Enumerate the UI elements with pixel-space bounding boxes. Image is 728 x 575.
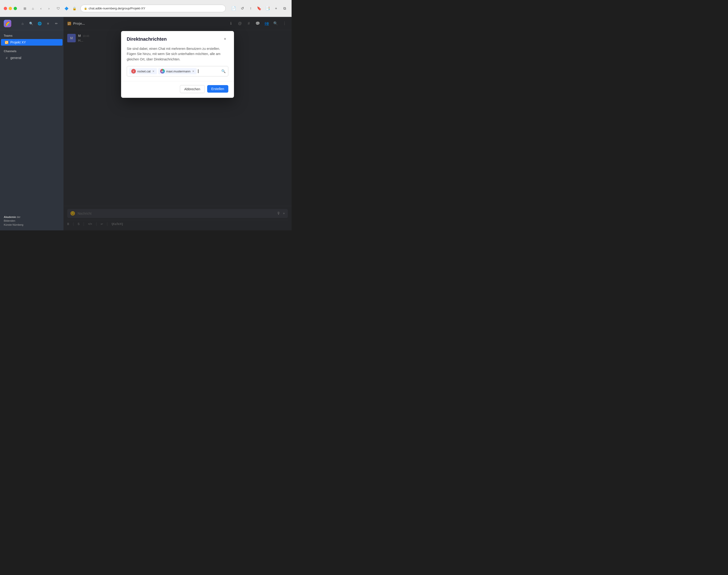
sidebar: 🌈 ⌂ 🔍 🌐 ≡ ✏ Teams 🔁 Projekt XY Channels …: [0, 17, 64, 230]
modal-close-button[interactable]: ×: [222, 36, 228, 42]
create-button-wrapper: Erstellen: [207, 85, 228, 93]
modal-overlay[interactable]: Direktnachrichten × Sie sind dabei, eine…: [64, 17, 292, 230]
search-cursor: [198, 69, 198, 73]
sidebar-footer: Akademie derBildendenKünste Nürnberg: [0, 211, 64, 231]
sidebar-item-general[interactable]: # general: [1, 55, 63, 61]
sidebar-quick-actions: ⌂ 🔍 🌐 ≡ ✏: [19, 20, 60, 27]
traffic-lights: [4, 7, 17, 10]
app-container: 🌈 ⌂ 🔍 🌐 ≡ ✏ Teams 🔁 Projekt XY Channels …: [0, 17, 292, 230]
rocket-cat-avatar: r: [131, 69, 136, 74]
directory-sidebar-button[interactable]: 🌐: [36, 20, 43, 27]
browser-chrome: ⊞ ⌂ ‹ › 🛡 🔷 🔒 🔒 chat.adbk-nuernberg.de/g…: [0, 0, 292, 17]
user-tag-maxi-mustermann: m maxi.mustermann ×: [158, 68, 197, 74]
search-sidebar-button[interactable]: 🔍: [28, 20, 34, 27]
modal-footer: Abbrechen Erstellen: [121, 81, 234, 98]
app-logo: 🌈: [4, 20, 11, 27]
modal-title: Direktnachrichten: [127, 36, 167, 42]
modal-header: Direktnachrichten ×: [121, 31, 234, 46]
sidebar-item-projekt-xy[interactable]: 🔁 Projekt XY: [1, 39, 63, 45]
minimize-button[interactable]: [9, 7, 12, 10]
teams-section-label: Teams: [0, 30, 64, 39]
main-content: 🔁 Proje... ℹ @ # 💬 👥 🔍 ⋮ M M 10:43: [64, 17, 292, 230]
reload-button[interactable]: ↺: [239, 5, 245, 12]
create-button[interactable]: Erstellen: [207, 85, 228, 93]
rocket-cat-name: rocket.cat: [137, 70, 151, 73]
team-icon: 🔁: [5, 41, 8, 44]
address-lock-icon: 🔒: [84, 7, 87, 10]
maxi-mustermann-avatar: m: [160, 69, 165, 74]
forward-button[interactable]: ›: [45, 5, 52, 12]
remove-maxi-mustermann-button[interactable]: ×: [192, 70, 195, 73]
url-text: chat.adbk-nuernberg.de/group/Projekt-XY: [89, 7, 145, 10]
bookmark-list-button[interactable]: 📑: [264, 5, 271, 12]
user-search-input[interactable]: r rocket.cat × m maxi.mustermann ×: [127, 66, 228, 76]
reader-view-button[interactable]: 📄: [230, 5, 237, 12]
address-bar[interactable]: 🔒 chat.adbk-nuernberg.de/group/Projekt-X…: [80, 5, 226, 12]
close-icon: ×: [224, 37, 226, 41]
direct-message-modal: Direktnachrichten × Sie sind dabei, eine…: [121, 31, 234, 98]
sidebar-item-label-projekt-xy: Projekt XY: [10, 40, 26, 44]
cancel-button[interactable]: Abbrechen: [180, 85, 205, 93]
add-tab-button[interactable]: +: [273, 5, 279, 12]
lock-icon[interactable]: 🔒: [71, 5, 77, 12]
sort-sidebar-button[interactable]: ≡: [45, 20, 51, 27]
hashtag-icon: #: [5, 56, 8, 60]
modal-body: Sie sind dabei, einen Chat mit mehreren …: [121, 46, 234, 81]
org-name-bold: Akademie: [4, 215, 16, 218]
sidebar-toggle-button[interactable]: ⊞: [22, 5, 28, 12]
browser-nav: ⊞ ⌂ ‹ ›: [22, 5, 52, 12]
home-sidebar-button[interactable]: ⌂: [19, 20, 26, 27]
channels-section-label: Channels: [0, 46, 64, 54]
home-button[interactable]: ⌂: [30, 5, 36, 12]
compose-sidebar-button[interactable]: ✏: [53, 20, 60, 27]
extension-icon[interactable]: 🔷: [63, 5, 70, 12]
remove-rocket-cat-button[interactable]: ×: [152, 70, 155, 73]
close-button[interactable]: [4, 7, 7, 10]
modal-description: Sie sind dabei, einen Chat mit mehreren …: [127, 46, 228, 62]
bitwarden-icon[interactable]: 🛡: [55, 5, 62, 12]
maximize-button[interactable]: [14, 7, 17, 10]
browser-actions: 📄 ↺ ↑ 🔖 📑 + ⧉: [230, 5, 288, 12]
back-button[interactable]: ‹: [38, 5, 44, 12]
share-button[interactable]: ↑: [247, 5, 254, 12]
sidebar-item-label-general: general: [10, 56, 22, 60]
user-tag-rocket-cat: r rocket.cat ×: [129, 68, 157, 74]
bookmark-button[interactable]: 🔖: [256, 5, 262, 12]
maxi-mustermann-name: maxi.mustermann: [166, 70, 191, 73]
sidebar-header: 🌈 ⌂ 🔍 🌐 ≡ ✏: [0, 17, 64, 30]
search-users-icon[interactable]: 🔍: [221, 69, 226, 73]
tabs-button[interactable]: ⧉: [281, 5, 288, 12]
